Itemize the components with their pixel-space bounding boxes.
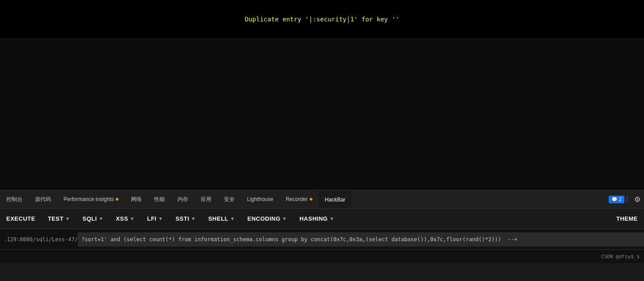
hackbar-execute-button[interactable]: EXECUTE xyxy=(0,209,42,229)
error-message: Duplicate entry '|:security|1' for key '… xyxy=(245,16,400,23)
chat-badge[interactable]: 💬 2 xyxy=(609,196,624,203)
hackbar-lfi-button[interactable]: LFI ▼ xyxy=(141,209,169,229)
bottom-bar: CSDN @dfzy$_$ xyxy=(0,250,644,263)
separator: | xyxy=(626,195,628,203)
tab-security[interactable]: 安全 xyxy=(218,190,241,208)
tab-sources[interactable]: 源代码 xyxy=(29,190,57,208)
xss-dropdown-icon: ▼ xyxy=(130,216,135,221)
tab-application[interactable]: 应用 xyxy=(194,190,218,208)
hackbar-test-button[interactable]: TEST ▼ xyxy=(42,209,76,229)
hackbar-shell-button[interactable]: SHELL ▼ xyxy=(202,209,241,229)
hackbar-theme-button[interactable]: THEME xyxy=(610,209,644,229)
hackbar-input-area: .129:8080/sqli/Less-47/ xyxy=(0,229,644,250)
tab-performance-insights[interactable]: Performance insights xyxy=(57,190,125,208)
hashing-dropdown-icon: ▼ xyxy=(329,216,334,221)
hackbar-encoding-button[interactable]: ENCODING ▼ xyxy=(241,209,293,229)
hackbar-toolbar: EXECUTE TEST ▼ SQLI ▼ XSS ▼ LFI ▼ SSTI ▼… xyxy=(0,209,644,229)
shell-dropdown-icon: ▼ xyxy=(230,216,235,221)
sql-input[interactable] xyxy=(78,232,644,247)
performance-insights-badge xyxy=(116,198,118,201)
tab-console[interactable]: 控制台 xyxy=(0,190,29,208)
hackbar-sqli-button[interactable]: SQLI ▼ xyxy=(76,209,110,229)
test-dropdown-icon: ▼ xyxy=(65,216,70,221)
ssti-dropdown-icon: ▼ xyxy=(191,216,196,221)
hackbar-xss-button[interactable]: XSS ▼ xyxy=(109,209,141,229)
recorder-badge xyxy=(310,198,312,201)
top-area: Duplicate entry '|:security|1' for key '… xyxy=(0,0,644,38)
sqli-dropdown-icon: ▼ xyxy=(99,216,103,221)
encoding-dropdown-icon: ▼ xyxy=(282,216,287,221)
hackbar-ssti-button[interactable]: SSTI ▼ xyxy=(169,209,202,229)
credit-text: CSDN @dfzy$_$ xyxy=(601,254,640,260)
hackbar-hashing-button[interactable]: HASHING ▼ xyxy=(293,209,341,229)
lfi-dropdown-icon: ▼ xyxy=(158,216,163,221)
tab-network[interactable]: 网络 xyxy=(125,190,148,208)
url-prefix: .129:8080/sqli/Less-47/ xyxy=(0,236,78,243)
tab-recorder[interactable]: Recorder xyxy=(279,190,318,208)
gear-icon[interactable]: ⚙ xyxy=(634,195,640,204)
devtools-tabbar: 控制台 源代码 Performance insights 网络 性能 内存 应用… xyxy=(0,190,644,209)
tab-memory[interactable]: 内存 xyxy=(171,190,194,208)
tab-lighthouse[interactable]: Lighthouse xyxy=(241,190,280,208)
tab-performance[interactable]: 性能 xyxy=(148,190,171,208)
tab-hackbar[interactable]: HackBar xyxy=(319,190,352,208)
middle-area xyxy=(0,38,644,190)
devtools-right-area: 💬 2 | ⚙ xyxy=(609,195,644,204)
